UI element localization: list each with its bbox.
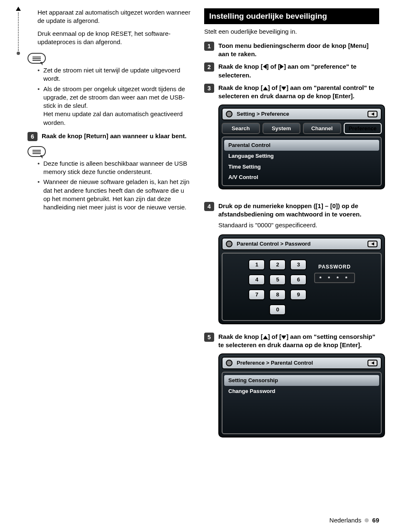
tab-preference[interactable]: Preference	[344, 123, 382, 134]
password-mask: * * * *	[314, 273, 355, 283]
tab-system[interactable]: System	[262, 123, 301, 134]
step-3: 3 Raak de knop [] of [] aan om "parental…	[204, 84, 379, 101]
breadcrumb-text: Parental Control > Password	[237, 240, 310, 248]
step-text-part: ] of [	[267, 63, 280, 70]
back-icon[interactable]	[368, 111, 378, 117]
key-7[interactable]: 7	[248, 289, 265, 300]
step-number: 5	[204, 333, 214, 342]
step-text-part: Raak de knop [	[218, 84, 263, 91]
step-text: Raak de knop [Return] aan wanneer u klaa…	[42, 132, 192, 141]
step-text-part: Raak de knop [	[218, 333, 263, 340]
key-9[interactable]: 9	[290, 289, 307, 300]
step-1: 1 Toon menu bedieningscherm door de knop…	[204, 42, 379, 59]
screen-tabs: Search System Channel Preference	[222, 123, 382, 134]
key-0[interactable]: 0	[269, 304, 286, 315]
step-number: 6	[28, 132, 38, 141]
step-2: 2 Raak de knop [] of [] aan om "preferen…	[204, 62, 379, 80]
step-text-part: Raak de knop [	[218, 63, 263, 70]
step-5: 5 Raak de knop [] of [] aan om "setting …	[204, 333, 379, 350]
footer-dot-icon	[365, 518, 369, 522]
breadcrumb-text: Preference > Parental Control	[237, 359, 313, 367]
intro-paragraph-2: Druk eenmaal op de knop RESET, het softw…	[38, 30, 192, 47]
password-box: PASSWORD * * * *	[314, 264, 355, 283]
note-item: Wanneer de nieuwe software geladen is, k…	[38, 178, 192, 211]
key-6[interactable]: 6	[290, 274, 307, 285]
gear-icon	[226, 111, 232, 117]
screen-password: Parental Control > Password 1 2 3 4 5 6 …	[218, 234, 385, 324]
keypad-body: 1 2 3 4 5 6 7 8 9 0 PASSWORD * * * *	[222, 253, 382, 321]
step-text: Toon menu bedieningscherm door de knop […	[218, 42, 379, 59]
keypad-grid: 1 2 3 4 5 6 7 8 9 0	[248, 259, 307, 315]
step-6: 6 Raak de knop [Return] aan wanneer u kl…	[28, 132, 192, 141]
page-footer: Nederlands 69	[330, 516, 379, 525]
step-number: 2	[204, 62, 214, 72]
right-column: Instelling ouderlijke beveiliging Stelt …	[204, 8, 379, 445]
screen-breadcrumb: Preference > Parental Control	[222, 357, 382, 369]
note-icon	[28, 53, 46, 64]
triangle-left-icon	[263, 64, 267, 69]
triangle-down-icon	[281, 87, 286, 90]
tab-channel[interactable]: Channel	[303, 123, 341, 134]
screen-breadcrumb: Parental Control > Password	[222, 238, 382, 250]
intro-paragraph-1: Het apparaat zal automatisch uitgezet wo…	[38, 8, 192, 25]
menu-item-time-setting[interactable]: Time Setting	[224, 162, 379, 172]
menu-item-setting-censorship[interactable]: Setting Censorship	[224, 375, 379, 386]
menu-item-av-control[interactable]: A/V Control	[224, 172, 379, 183]
key-4[interactable]: 4	[248, 274, 265, 285]
password-label: PASSWORD	[318, 264, 351, 270]
back-icon[interactable]	[368, 241, 378, 247]
step-text-part: ] of [	[268, 333, 281, 340]
step-4-note: Standaard is "0000" gespecificeerd.	[218, 221, 379, 229]
gear-icon	[226, 360, 232, 366]
note-item: Deze functie is alleen beschikbaar wanne…	[38, 159, 192, 177]
screen-preference: Setting > Preference Search System Chann…	[218, 104, 385, 189]
page-number: 69	[372, 516, 379, 525]
step-text: Druk op de numerieke knoppen ([1] – [0])…	[218, 202, 379, 219]
breadcrumb-text: Setting > Preference	[237, 110, 289, 118]
step-text: Raak de knop [] of [] aan om "preference…	[218, 62, 379, 80]
gear-icon	[226, 241, 232, 247]
screen-menu: Setting Censorship Change Password	[222, 372, 382, 434]
step-number: 3	[204, 84, 214, 93]
triangle-right-icon	[280, 64, 284, 69]
triangle-down-icon	[281, 336, 286, 339]
tab-search[interactable]: Search	[222, 123, 260, 134]
key-3[interactable]: 3	[290, 259, 307, 270]
screen-parental-control: Preference > Parental Control Setting Ce…	[218, 353, 385, 438]
screen-menu: Parental Control Language Setting Time S…	[222, 137, 382, 186]
step-text: Raak de knop [] of [] aan om "setting ce…	[218, 333, 379, 350]
note-item: Als de stroom per ongeluk uitgezet wordt…	[38, 85, 192, 127]
note-item: Zet de stroom niet uit terwijl de update…	[38, 66, 192, 83]
section-title: Instelling ouderlijke beveiliging	[204, 8, 379, 24]
key-1[interactable]: 1	[248, 259, 265, 270]
left-column: Het apparaat zal automatisch uitgezet wo…	[17, 8, 192, 445]
step-text-part: ] of [	[268, 84, 281, 91]
key-5[interactable]: 5	[269, 274, 286, 285]
step-text: Raak de knop [] of [] aan om "parental c…	[218, 84, 379, 101]
back-icon[interactable]	[368, 360, 378, 366]
note-list-1: Zet de stroom niet uit terwijl de update…	[38, 66, 192, 127]
footer-language: Nederlands	[330, 516, 362, 525]
key-2[interactable]: 2	[269, 259, 286, 270]
triangle-up-icon	[263, 336, 268, 339]
step-number: 4	[204, 202, 214, 211]
triangle-up-icon	[263, 87, 268, 90]
menu-item-change-password[interactable]: Change Password	[224, 386, 379, 397]
menu-item-parental-control[interactable]: Parental Control	[224, 140, 379, 151]
note-list-2: Deze functie is alleen beschikbaar wanne…	[38, 159, 192, 212]
note-icon	[28, 146, 46, 157]
key-8[interactable]: 8	[269, 289, 286, 300]
section-subtitle: Stelt een ouderlijke beveiliging in.	[204, 27, 379, 36]
screen-breadcrumb: Setting > Preference	[222, 108, 382, 120]
menu-item-language-setting[interactable]: Language Setting	[224, 151, 379, 162]
step-4: 4 Druk op de numerieke knoppen ([1] – [0…	[204, 202, 379, 219]
step-number: 1	[204, 42, 214, 51]
